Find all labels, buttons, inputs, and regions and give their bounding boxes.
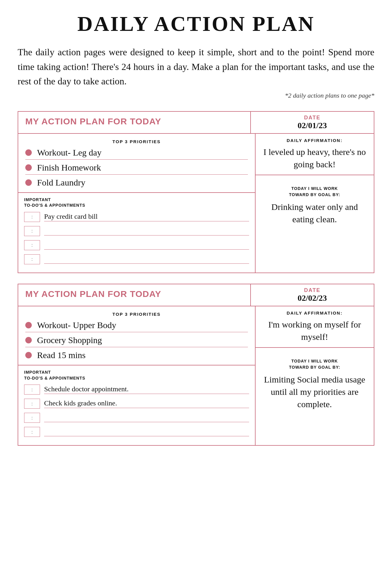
priorities-label-2: TOP 3 PRIORITIES bbox=[25, 312, 248, 317]
time-box-1-4: : bbox=[24, 254, 40, 264]
priority-text-1-3: Fold Laundry bbox=[37, 178, 85, 188]
time-box-1-1: : bbox=[24, 212, 40, 222]
priority-text-1-2: Finish Homework bbox=[37, 163, 101, 173]
time-box-1-2: : bbox=[24, 226, 40, 236]
priority-item-2-2: Grocery Shopping bbox=[25, 335, 248, 347]
todo-row-2-4: : bbox=[24, 427, 249, 437]
date-value-2: 02/02/23 bbox=[258, 293, 367, 303]
todo-row-2-1: : Schedule doctor appointment. bbox=[24, 385, 249, 395]
bullet-icon-2-3 bbox=[25, 352, 32, 358]
intro-note: *2 daily action plans to one page* bbox=[18, 92, 374, 99]
plan-body-1: TOP 3 PRIORITIES Workout- Leg day Finish… bbox=[18, 134, 374, 273]
plan-left-1: TOP 3 PRIORITIES Workout- Leg day Finish… bbox=[18, 134, 256, 273]
todo-line-2-1: Schedule doctor appointment. bbox=[44, 385, 249, 394]
affirmation-section-2: DAILY AFFIRMATION: I'm working on myself… bbox=[256, 306, 374, 348]
affirmation-text-2: I'm working on myself for myself! bbox=[261, 318, 368, 343]
priority-item-2-1: Workout- Upper Body bbox=[25, 320, 248, 332]
plan-right-1: DAILY AFFIRMATION: I leveled up heavy, t… bbox=[256, 134, 374, 273]
date-value-1: 02/01/23 bbox=[258, 121, 367, 130]
priorities-section-2: TOP 3 PRIORITIES Workout- Upper Body Gro… bbox=[18, 306, 255, 365]
date-label-2: DATE bbox=[258, 287, 367, 293]
todo-row-1-3: : bbox=[24, 240, 249, 250]
todo-line-1-2 bbox=[44, 227, 249, 235]
todo-line-1-4 bbox=[44, 255, 249, 264]
affirmation-section-1: DAILY AFFIRMATION: I leveled up heavy, t… bbox=[256, 134, 374, 175]
priority-text-2-2: Grocery Shopping bbox=[37, 335, 102, 345]
plan-header-date-1: DATE 02/01/23 bbox=[251, 112, 374, 133]
todo-line-2-3 bbox=[44, 413, 249, 422]
priority-text-2-1: Workout- Upper Body bbox=[37, 320, 116, 330]
goal-section-1: TODAY I WILL WORK TOWARD BY GOAL BY: Dri… bbox=[256, 175, 374, 230]
time-box-2-4: : bbox=[24, 427, 40, 437]
action-plan-2: MY ACTION PLAN FOR TODAY DATE 02/02/23 T… bbox=[18, 284, 374, 446]
todo-line-2-2: Check kids grades online. bbox=[44, 399, 249, 408]
plan-left-2: TOP 3 PRIORITIES Workout- Upper Body Gro… bbox=[18, 306, 256, 445]
plan-right-2: DAILY AFFIRMATION: I'm working on myself… bbox=[256, 306, 374, 445]
todos-section-2: IMPORTANT TO-DO'S & APPOINTMENTS : Sched… bbox=[18, 365, 255, 445]
priority-item-1-2: Finish Homework bbox=[25, 163, 248, 175]
priority-item-1-1: Workout- Leg day bbox=[25, 148, 248, 160]
date-label-1: DATE bbox=[258, 115, 367, 121]
affirmation-label-2: DAILY AFFIRMATION: bbox=[261, 310, 368, 315]
todo-row-1-1: : Pay credit card bill bbox=[24, 212, 249, 222]
goal-text-1: Drinking water only and eating clean. bbox=[261, 201, 368, 225]
todo-row-1-4: : bbox=[24, 254, 249, 264]
todos-section-1: IMPORTANT TO-DO'S & APPOINTMENTS : Pay c… bbox=[18, 193, 255, 273]
priority-item-2-3: Read 15 mins bbox=[25, 350, 248, 362]
action-plan-1: MY ACTION PLAN FOR TODAY DATE 02/01/23 T… bbox=[18, 111, 374, 273]
bullet-icon-1-1 bbox=[25, 149, 32, 156]
bullet-icon-2-1 bbox=[25, 322, 32, 328]
affirmation-label-1: DAILY AFFIRMATION: bbox=[261, 138, 368, 143]
todos-label-1: IMPORTANT TO-DO'S & APPOINTMENTS bbox=[24, 197, 249, 208]
plan-body-2: TOP 3 PRIORITIES Workout- Upper Body Gro… bbox=[18, 306, 374, 445]
todo-row-2-2: : Check kids grades online. bbox=[24, 399, 249, 409]
plan-header-title-2: MY ACTION PLAN FOR TODAY bbox=[18, 284, 251, 306]
time-box-1-3: : bbox=[24, 240, 40, 250]
priorities-section-1: TOP 3 PRIORITIES Workout- Leg day Finish… bbox=[18, 134, 255, 193]
todo-row-1-2: : bbox=[24, 226, 249, 236]
plan-header-date-2: DATE 02/02/23 bbox=[251, 284, 374, 306]
goal-section-2: TODAY I WILL WORK TOWARD BY GOAL BY: Lim… bbox=[256, 348, 374, 415]
goal-label-2: TODAY I WILL WORK TOWARD BY GOAL BY: bbox=[261, 352, 368, 370]
plan-header-title-1: MY ACTION PLAN FOR TODAY bbox=[18, 112, 251, 133]
plan-header-2: MY ACTION PLAN FOR TODAY DATE 02/02/23 bbox=[18, 284, 374, 306]
time-box-2-3: : bbox=[24, 413, 40, 423]
goal-text-2: Limiting Social media usage until all my… bbox=[261, 373, 368, 410]
time-box-2-1: : bbox=[24, 385, 40, 395]
priority-item-1-3: Fold Laundry bbox=[25, 178, 248, 189]
bullet-icon-1-3 bbox=[25, 179, 32, 186]
time-box-2-2: : bbox=[24, 399, 40, 409]
todo-line-2-4 bbox=[44, 427, 249, 436]
page-title: DAILY ACTION PLAN bbox=[18, 12, 374, 36]
priority-text-1-1: Workout- Leg day bbox=[37, 148, 101, 158]
todos-label-2: IMPORTANT TO-DO'S & APPOINTMENTS bbox=[24, 370, 249, 381]
priority-text-2-3: Read 15 mins bbox=[37, 350, 86, 360]
goal-label-1: TODAY I WILL WORK TOWARD BY GOAL BY: bbox=[261, 179, 368, 198]
todo-line-1-1: Pay credit card bill bbox=[44, 213, 249, 221]
intro-text: The daily action pages were designed to … bbox=[18, 45, 374, 89]
todo-row-2-3: : bbox=[24, 413, 249, 423]
bullet-icon-1-2 bbox=[25, 164, 32, 171]
todo-line-1-3 bbox=[44, 241, 249, 250]
affirmation-text-1: I leveled up heavy, there's no going bac… bbox=[261, 146, 368, 171]
plan-header-1: MY ACTION PLAN FOR TODAY DATE 02/01/23 bbox=[18, 112, 374, 134]
bullet-icon-2-2 bbox=[25, 337, 32, 343]
priorities-label-1: TOP 3 PRIORITIES bbox=[25, 139, 248, 144]
